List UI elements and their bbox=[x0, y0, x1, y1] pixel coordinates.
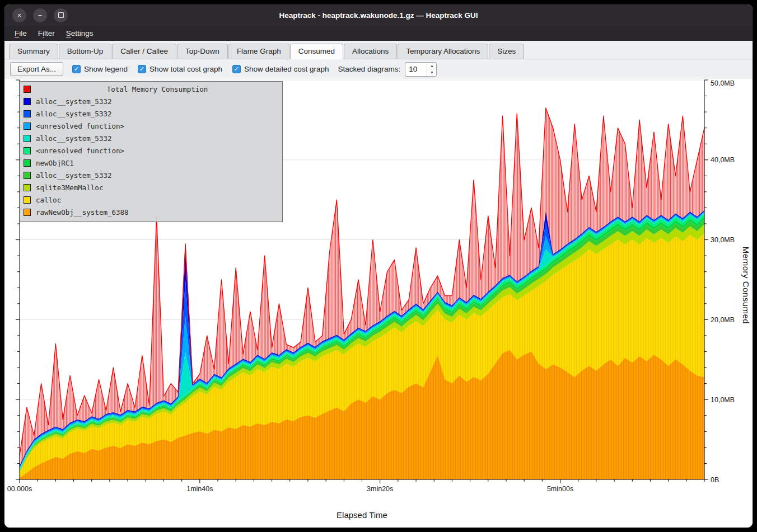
tab-flame-graph[interactable]: Flame Graph bbox=[228, 44, 289, 59]
legend-item: <unresolved function> bbox=[24, 120, 279, 132]
legend-item-label: <unresolved function> bbox=[36, 147, 124, 155]
svg-text:40,0MB: 40,0MB bbox=[711, 156, 735, 164]
legend-item-label: alloc__system_5332 bbox=[36, 110, 111, 118]
menu-file[interactable]: File bbox=[9, 26, 32, 41]
chart-area: 0B10,0MB20,0MB30,0MB40,0MB50,0MB00.000s1… bbox=[4, 79, 753, 528]
maximize-icon bbox=[58, 12, 64, 18]
svg-text:1min40s: 1min40s bbox=[186, 485, 213, 493]
legend-item: alloc__system_5332 bbox=[24, 169, 279, 181]
menu-filter[interactable]: Filter bbox=[32, 26, 60, 41]
tab-bottom-up[interactable]: Bottom-Up bbox=[59, 44, 112, 59]
tab-top-down[interactable]: Top-Down bbox=[177, 44, 228, 59]
legend-item: <unresolved function> bbox=[24, 144, 279, 157]
checkbox-show-detailed-cost-graph[interactable]: ✓Show detailed cost graph bbox=[232, 65, 329, 73]
legend-item-swatch bbox=[24, 196, 31, 204]
close-button[interactable]: × bbox=[12, 8, 26, 22]
legend-title: Total Memory Consumption bbox=[36, 85, 279, 93]
toolbar: Export As... ✓Show legend✓Show total cos… bbox=[4, 59, 753, 79]
svg-text:0B: 0B bbox=[711, 476, 719, 484]
tab-temporary-allocations[interactable]: Temporary Allocations bbox=[398, 44, 488, 59]
maximize-button[interactable] bbox=[54, 8, 68, 22]
legend-item: alloc__system_5332 bbox=[24, 132, 279, 144]
legend-item: rawNewObj__system_6388 bbox=[24, 206, 279, 218]
legend-item: calloc bbox=[24, 194, 279, 206]
legend-item-swatch bbox=[24, 159, 31, 167]
legend-item-label: <unresolved function> bbox=[36, 122, 124, 130]
svg-text:3min20s: 3min20s bbox=[367, 485, 393, 493]
legend-title-swatch bbox=[24, 86, 31, 93]
legend-title-row: Total Memory Consumption bbox=[24, 83, 279, 95]
svg-text:20,0MB: 20,0MB bbox=[711, 316, 735, 324]
svg-text:30,0MB: 30,0MB bbox=[711, 236, 735, 244]
legend-item-swatch bbox=[24, 98, 31, 105]
tab-caller-callee[interactable]: Caller / Callee bbox=[112, 44, 176, 59]
spin-up-button[interactable]: ▲ bbox=[427, 63, 436, 70]
y-axis-title: Memory Consumed bbox=[741, 247, 751, 324]
legend-item-swatch bbox=[24, 209, 31, 216]
svg-text:5min00s: 5min00s bbox=[547, 485, 573, 493]
stacked-diagrams-label: Stacked diagrams: bbox=[338, 65, 401, 73]
window-controls: × − bbox=[12, 8, 68, 22]
legend-item-label: newObjRC1 bbox=[36, 159, 74, 167]
checkbox-show-legend[interactable]: ✓Show legend bbox=[72, 65, 128, 73]
checkbox-label: Show total cost graph bbox=[149, 65, 222, 73]
heaptrack-window: × − Heaptrack - heaptrack.wakunode.1.gz … bbox=[4, 4, 753, 528]
checkbox-label: Show legend bbox=[84, 65, 128, 73]
legend-item-swatch bbox=[24, 184, 31, 191]
stacked-diagrams-spinbox[interactable]: 10 ▲ ▼ bbox=[405, 62, 437, 77]
export-as-button[interactable]: Export As... bbox=[10, 62, 63, 76]
checkbox-checked-icon[interactable]: ✓ bbox=[72, 65, 81, 73]
menu-settings[interactable]: Settings bbox=[60, 26, 99, 41]
legend-item: sqlite3MemMalloc bbox=[24, 181, 279, 194]
checkbox-checked-icon[interactable]: ✓ bbox=[138, 65, 146, 73]
legend-item-label: calloc bbox=[36, 196, 61, 204]
legend-item-swatch bbox=[24, 135, 31, 142]
window-title: Heaptrack - heaptrack.wakunode.1.gz — He… bbox=[4, 11, 753, 20]
minimize-icon: − bbox=[38, 12, 43, 19]
spin-down-button[interactable]: ▼ bbox=[427, 69, 436, 76]
legend-item: alloc__system_5332 bbox=[24, 95, 279, 107]
legend-item-label: alloc__system_5332 bbox=[36, 97, 111, 106]
legend-item: alloc__system_5332 bbox=[24, 107, 279, 120]
close-icon: × bbox=[17, 12, 22, 19]
tab-allocations[interactable]: Allocations bbox=[344, 44, 397, 59]
legend-item-label: alloc__system_5332 bbox=[36, 134, 111, 143]
tab-summary[interactable]: Summary bbox=[9, 44, 58, 59]
legend-item-label: sqlite3MemMalloc bbox=[36, 183, 103, 192]
legend-item-swatch bbox=[24, 110, 31, 117]
legend-item: newObjRC1 bbox=[24, 157, 279, 169]
tab-consumed[interactable]: Consumed bbox=[290, 44, 343, 59]
tab-sizes[interactable]: Sizes bbox=[489, 44, 524, 59]
svg-text:50,0MB: 50,0MB bbox=[711, 79, 735, 87]
titlebar[interactable]: × − Heaptrack - heaptrack.wakunode.1.gz … bbox=[4, 4, 753, 26]
minimize-button[interactable]: − bbox=[33, 8, 47, 22]
svg-text:00.000s: 00.000s bbox=[7, 485, 32, 493]
spinner-buttons: ▲ ▼ bbox=[427, 63, 436, 76]
tab-bar: SummaryBottom-UpCaller / CalleeTop-DownF… bbox=[4, 41, 753, 59]
checkbox-checked-icon[interactable]: ✓ bbox=[232, 65, 241, 73]
x-axis-title: Elapsed Time bbox=[20, 510, 704, 520]
svg-text:10,0MB: 10,0MB bbox=[711, 396, 735, 404]
stacked-diagrams-value: 10 bbox=[405, 63, 427, 76]
checkbox-show-total-cost-graph[interactable]: ✓Show total cost graph bbox=[138, 65, 222, 73]
legend-item-label: alloc__system_5332 bbox=[36, 171, 111, 180]
legend-item-swatch bbox=[24, 123, 31, 130]
legend-item-swatch bbox=[24, 172, 31, 179]
menubar: FileFilterSettings bbox=[4, 26, 753, 41]
legend-item-label: rawNewObj__system_6388 bbox=[36, 208, 129, 216]
chart-legend: Total Memory Consumption alloc__system_5… bbox=[20, 81, 283, 222]
checkbox-label: Show detailed cost graph bbox=[244, 65, 329, 73]
legend-item-swatch bbox=[24, 147, 31, 154]
